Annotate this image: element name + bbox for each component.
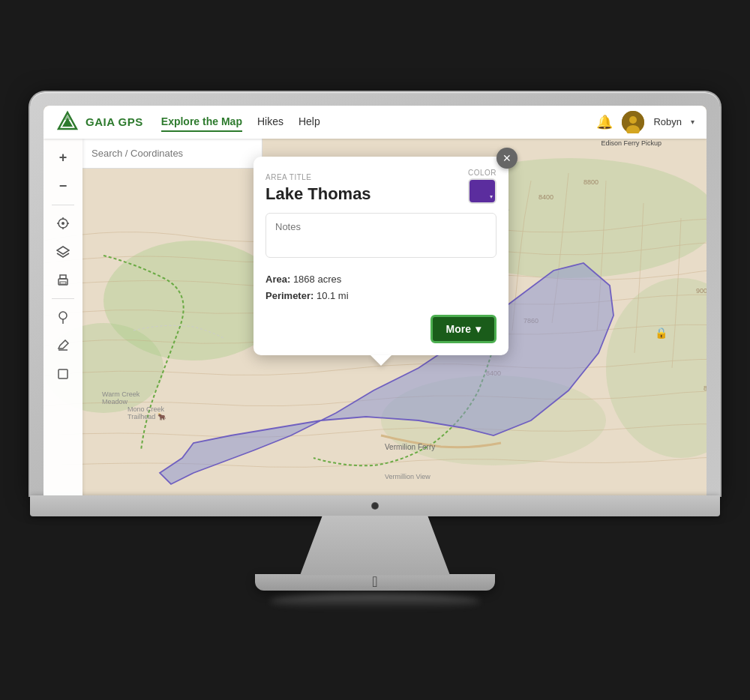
perimeter-value: 10.1 mi: [316, 290, 349, 301]
nav-right: 🔔 Robyn ▾: [596, 111, 694, 133]
trailhead-label: Warm CreekMeadow: [102, 390, 140, 405]
color-swatch[interactable]: ▾: [468, 178, 496, 204]
nav-logo: GAIA GPS: [56, 110, 143, 134]
pin-button[interactable]: [50, 304, 76, 331]
sidebar-divider-1: [52, 205, 74, 205]
username-label[interactable]: Robyn: [653, 116, 682, 127]
bell-icon[interactable]: 🔔: [596, 114, 613, 130]
apple-logo: : [372, 573, 377, 591]
gaia-logo-icon: [56, 110, 80, 134]
avatar: [622, 111, 644, 133]
imac-chin: [30, 495, 720, 516]
view-label: Vermillion View: [385, 473, 430, 480]
restriction-icon: 🔒: [655, 327, 668, 339]
popup-meta: Area: 1868 acres Perimeter: 10.1 mi: [266, 271, 496, 304]
ferry-label: Vermilion Ferry: [385, 443, 435, 451]
svg-text:9008: 9008: [696, 287, 706, 295]
popup-close-button[interactable]: ✕: [496, 148, 518, 169]
svg-point-30: [59, 312, 67, 319]
area-label: Area:: [266, 274, 290, 285]
sidebar-divider-2: [52, 298, 74, 299]
svg-text:8986: 8986: [704, 384, 706, 392]
color-picker-wrapper: Color ▾: [468, 169, 496, 204]
popup-actions: More ▾: [266, 315, 496, 343]
print-button[interactable]: [50, 267, 76, 294]
navbar: GAIA GPS Explore the Map Hikes Help 🔔: [44, 106, 706, 139]
locate-button[interactable]: [50, 210, 76, 237]
perimeter-label: Perimeter:: [266, 290, 314, 301]
svg-text:8800: 8800: [584, 178, 598, 186]
popup-title-group: Area Title: [266, 173, 459, 204]
imac-wrapper: 8400 8800 7800 7860 8400 9008 8986: [30, 92, 720, 609]
imac-camera: [372, 503, 378, 509]
nav-explore[interactable]: Explore the Map: [161, 112, 242, 132]
more-button-label: More: [446, 323, 471, 335]
imac-bezel: 8400 8800 7800 7860 8400 9008 8986: [44, 106, 706, 495]
svg-marker-26: [57, 247, 69, 254]
color-label: Color: [468, 169, 496, 177]
screen-content: 8400 8800 7800 7860 8400 9008 8986: [44, 106, 706, 495]
imac-foot: : [255, 574, 495, 591]
svg-point-18: [629, 116, 637, 124]
nav-hikes[interactable]: Hikes: [257, 112, 284, 132]
area-value: 1868 acres: [293, 274, 341, 285]
area-title-label: Area Title: [266, 173, 459, 181]
popup-title-row: Area Title Color ▾: [266, 169, 496, 204]
nav-links: Explore the Map Hikes Help: [161, 112, 597, 132]
popup-card: ✕ Area Title Color ▾: [254, 157, 508, 355]
sidebar: + −: [44, 139, 82, 495]
imac-neck: [300, 516, 450, 576]
nav-logo-text: GAIA GPS: [86, 115, 143, 128]
reflection: [270, 594, 480, 609]
area-button[interactable]: [50, 360, 76, 387]
username-chevron: ▾: [691, 118, 694, 126]
color-swatch-chevron: ▾: [490, 193, 493, 200]
area-title-input[interactable]: [266, 184, 459, 204]
zoom-in-button[interactable]: +: [50, 145, 76, 172]
zoom-out-button[interactable]: −: [50, 173, 76, 200]
mono-label: Mono CreekTrailhead 🐂: [128, 405, 166, 420]
svg-rect-28: [60, 275, 66, 279]
apple-logo-area: : [372, 573, 377, 591]
layers-button[interactable]: [50, 238, 76, 265]
svg-text:8400: 8400: [538, 193, 554, 201]
svg-point-21: [62, 222, 64, 225]
search-input[interactable]: [92, 148, 253, 159]
svg-rect-33: [58, 369, 68, 378]
imac-screen-outer: 8400 8800 7800 7860 8400 9008 8986: [30, 92, 720, 495]
edit-button[interactable]: [50, 332, 76, 359]
svg-rect-29: [60, 282, 66, 284]
more-button-chevron: ▾: [476, 323, 481, 335]
nav-help[interactable]: Help: [298, 112, 320, 132]
notes-input[interactable]: [266, 213, 496, 258]
more-button[interactable]: More ▾: [430, 315, 496, 343]
search-bar: [82, 139, 262, 169]
